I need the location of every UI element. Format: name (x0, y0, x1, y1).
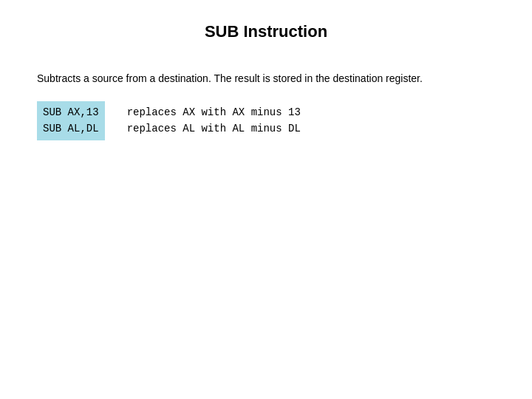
description-text: Subtracts a source from a destination. T… (37, 71, 495, 86)
page-title: SUB Instruction (37, 22, 495, 41)
code-descriptions: replaces AX with AX minus 13 replaces AL… (127, 101, 301, 137)
page: SUB Instruction Subtracts a source from … (0, 0, 532, 399)
code-block: SUB AX,13 SUB AL,DL replaces AX with AX … (37, 101, 495, 140)
code-instructions: SUB AX,13 SUB AL,DL (37, 101, 105, 140)
